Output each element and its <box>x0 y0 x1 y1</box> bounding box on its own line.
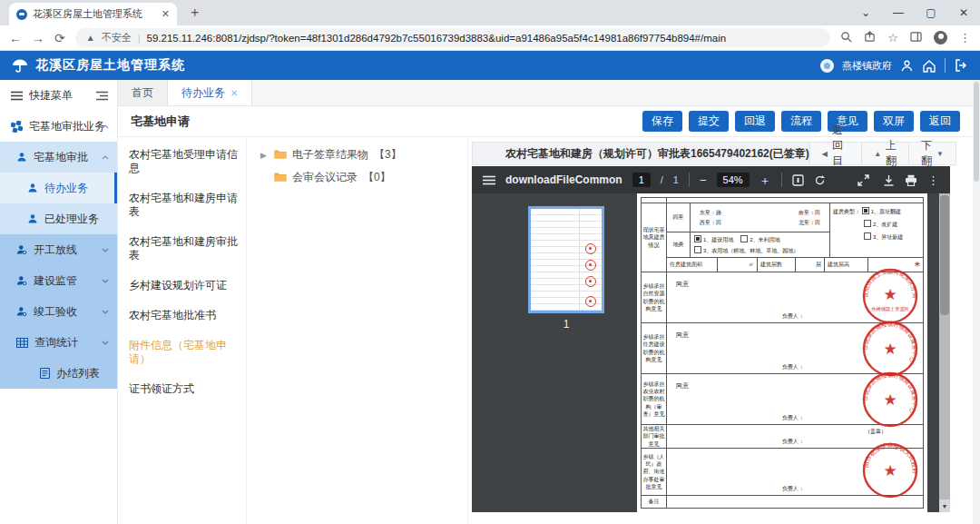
viewer-header: 农村宅基地和建房（规划许可）审批表1665479402162(已签章) ◀ 返回… <box>472 142 956 165</box>
rollback-button[interactable]: 回退 <box>735 111 775 132</box>
minimize-icon[interactable]: — <box>882 6 915 19</box>
list-item-attachments[interactable]: 附件信息（宅基地申请） <box>118 331 246 374</box>
refresh-icon[interactable]: ⟳ <box>54 32 65 44</box>
browser-menu-icon[interactable]: ⋮ <box>959 31 971 44</box>
submit-button[interactable]: 提交 <box>689 111 729 132</box>
list-item[interactable]: 农村宅基地和建房审批表 <box>118 227 246 271</box>
sidebar-item-todo[interactable]: 待办业务 <box>0 173 117 203</box>
caret-down-icon: ▼ <box>936 150 944 158</box>
pdf-menu-icon[interactable] <box>483 175 495 185</box>
form-value: 东至：路 <box>700 209 721 216</box>
return-button[interactable]: 返回 <box>920 111 960 132</box>
form-option: 2、未利用地 <box>750 237 779 242</box>
save-button[interactable]: 保存 <box>642 111 682 132</box>
sidebar-item-construction-supervision[interactable]: 建设监管 <box>0 265 117 296</box>
list-item[interactable]: 农村宅基地受理申请信息 <box>118 140 246 183</box>
tab-todo[interactable]: 待办业务 ✕ <box>168 80 252 105</box>
sidebar-item-zjd-approval[interactable]: 宅基地审批 <box>0 142 117 173</box>
sidebar-item-completion-acceptance[interactable]: 竣工验收 <box>0 296 117 327</box>
sidebar-item-processed[interactable]: 已处理业务 <box>0 203 117 234</box>
page-scrollbar-thumb[interactable] <box>974 82 979 182</box>
browser-tab[interactable]: 花溪区房屋土地管理系统 ✕ <box>9 3 177 25</box>
dual-screen-button[interactable]: 双屏 <box>874 111 914 132</box>
pdf-scrollbar[interactable]: ▼ <box>939 193 950 512</box>
back-icon[interactable]: ← <box>9 32 22 44</box>
zoom-in-icon[interactable]: ＋ <box>760 174 771 186</box>
seal-star-icon: ★ <box>883 462 897 480</box>
scroll-down-arrow-icon[interactable]: ▼ <box>939 499 950 512</box>
pdf-more-icon[interactable]: ⋮ <box>927 174 939 186</box>
pdf-zoom-level[interactable]: 54% <box>717 173 750 187</box>
chevron-down-icon <box>102 279 109 283</box>
sidebar-item-zjd-approval-business[interactable]: 宅基地审批业务 <box>0 111 117 142</box>
print-icon[interactable] <box>905 174 917 186</box>
page-scrollbar[interactable] <box>973 80 980 524</box>
pdf-canvas[interactable]: 1 现状宅基地及建房情况 <box>472 193 950 512</box>
pdf-scrollbar-thumb[interactable] <box>940 195 949 315</box>
browser-tab-strip: 花溪区房屋土地管理系统 ✕ ＋ ⌄ — ▢ ✕ <box>0 0 980 25</box>
tab-label: 首页 <box>132 85 153 101</box>
viewer-doc-title: 农村宅基地和建房（规划许可）审批表1665479402162(已签章) <box>473 143 809 164</box>
share-icon[interactable] <box>864 31 876 45</box>
fullscreen-icon[interactable] <box>858 174 869 186</box>
side-panel-icon[interactable] <box>910 31 922 45</box>
next-page-button[interactable]: 下翻 ▼ <box>908 143 956 164</box>
user-icon[interactable] <box>900 59 914 73</box>
tab-search-icon[interactable]: ⌄ <box>849 6 882 19</box>
form-option: 3、农用地（耕地、林地、草地、园地） <box>703 248 799 253</box>
profile-avatar-icon[interactable] <box>934 31 947 44</box>
download-icon[interactable] <box>883 174 895 186</box>
list-item[interactable]: 乡村建设规划许可证 <box>118 271 246 301</box>
seal-star-icon: ★ <box>883 391 897 409</box>
address-bar[interactable]: ▲ 不安全 | 59.215.11.246:8081/zjdsp/?token=… <box>75 28 831 47</box>
tab-home[interactable]: 首页 <box>118 80 168 105</box>
tree-node-label: 会审会议记录 <box>292 170 358 185</box>
home-icon[interactable] <box>922 59 936 73</box>
forward-icon[interactable]: → <box>32 32 44 44</box>
bookmark-star-icon[interactable]: ☆ <box>887 31 898 44</box>
list-item[interactable]: 农村宅基地和建房申请表 <box>118 183 246 227</box>
official-seal: 贵阳市国土资源局花溪区分局 ★ 燕楼镇国土资源所 <box>861 267 919 327</box>
fit-page-icon[interactable] <box>792 174 804 186</box>
sidebar-item-label: 宅基地审批 <box>34 150 88 165</box>
list-item[interactable]: 农村宅基地批准书 <box>118 301 246 331</box>
form-nav-list: 农村宅基地受理申请信息 农村宅基地和建房申请表 农村宅基地和建房审批表 乡村建设… <box>118 137 247 524</box>
logout-icon[interactable] <box>954 58 969 73</box>
tree-node-meeting-records[interactable]: 会审会议记录 【0】 <box>247 166 467 189</box>
close-tab-icon[interactable]: ✕ <box>230 88 238 98</box>
chevron-up-icon <box>102 124 109 129</box>
tree-node-count: 【0】 <box>363 170 391 185</box>
folder-icon <box>274 149 287 162</box>
form-row-opinion: 乡镇承担农业农村职责的机构（审查）意见 同意 负责人： <box>642 374 923 425</box>
checkbox-icon <box>864 232 871 240</box>
quick-menu[interactable]: 快捷菜单 <box>0 80 117 111</box>
list-item[interactable]: 证书领证方式 <box>118 374 246 404</box>
pdf-page-input[interactable]: 1 <box>632 173 651 187</box>
zoom-out-icon[interactable]: − <box>700 174 707 186</box>
sidebar-item-label: 待办业务 <box>44 181 88 196</box>
caret-right-icon[interactable]: ▶ <box>260 151 267 160</box>
sidebar-item-query-statistics[interactable]: 查询统计 <box>0 327 117 358</box>
sidebar-item-label: 竣工验收 <box>34 304 77 320</box>
content-area: 农村宅基地受理申请信息 农村宅基地和建房申请表 农村宅基地和建房审批表 乡村建设… <box>118 137 973 524</box>
maximize-icon[interactable]: ▢ <box>915 6 947 19</box>
new-tab-icon[interactable]: ＋ <box>188 4 201 21</box>
sidebar-item-label: 建设监管 <box>34 273 77 289</box>
close-icon[interactable]: ✕ <box>947 6 980 19</box>
search-icon[interactable] <box>840 31 852 45</box>
back-to-catalog-button[interactable]: ◀ 返回目录 <box>809 143 861 164</box>
browser-tab-title: 花溪区房屋土地管理系统 <box>33 7 156 21</box>
pdf-page-total: 1 <box>673 174 679 185</box>
tree-node-signature-results[interactable]: ▶ 电子签章结果物 【3】 <box>247 143 467 166</box>
close-tab-icon[interactable]: ✕ <box>162 8 170 20</box>
page-thumbnail[interactable] <box>528 206 604 313</box>
menu-fold-icon[interactable] <box>96 91 108 101</box>
sidebar-item-closed-list[interactable]: 办结列表 <box>0 358 117 389</box>
workflow-button[interactable]: 流程 <box>781 111 821 132</box>
form-row-status: 现状宅基地及建房情况 四至 <box>642 203 923 272</box>
prev-page-button[interactable]: ▲ 上翻 <box>861 143 908 164</box>
sidebar-item-start-line[interactable]: 开工放线 <box>0 234 117 265</box>
sidebar: 快捷菜单 宅基地审批业务 宅基地审批 待办业务 <box>0 80 118 524</box>
checkbox-icon <box>694 246 701 253</box>
rotate-icon[interactable] <box>814 174 826 186</box>
